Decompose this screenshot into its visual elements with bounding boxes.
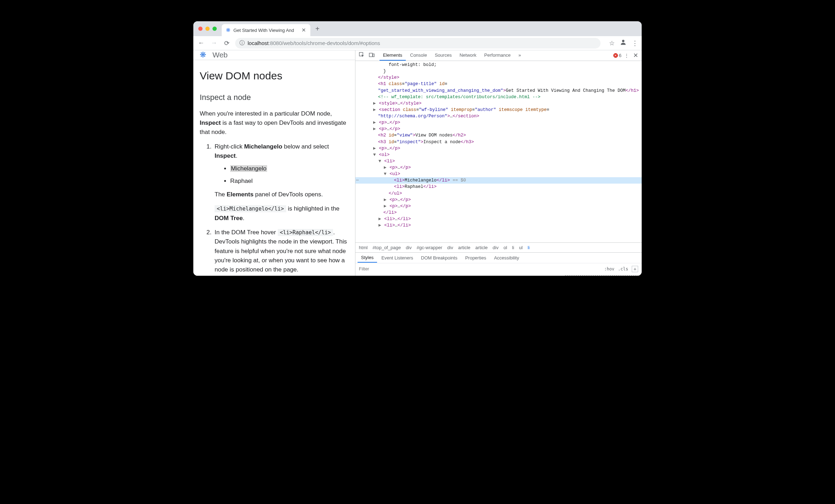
devtools-menu-icon[interactable]: ⋮ bbox=[624, 53, 629, 58]
browser-tab[interactable]: ❋ Get Started With Viewing And ✕ bbox=[222, 24, 310, 36]
crumb[interactable]: article bbox=[458, 245, 470, 250]
dom-line[interactable]: ▼ <ol> bbox=[355, 152, 642, 158]
page-content: View DOM nodes Inspect a node When you'r… bbox=[193, 60, 355, 276]
tab-accessibility[interactable]: Accessibility bbox=[491, 253, 523, 262]
dom-line-selected[interactable]: ⋯ <li>Michelangelo</li> == $0 bbox=[355, 177, 642, 184]
hov-toggle[interactable]: :hov bbox=[604, 267, 614, 271]
tab-favicon-icon: ❋ bbox=[226, 27, 231, 33]
tab-properties[interactable]: Properties bbox=[461, 253, 490, 262]
expand-toggle-icon[interactable]: ▶ bbox=[373, 145, 376, 152]
dom-line[interactable]: ▶ <p>…</p> bbox=[355, 203, 642, 209]
expand-toggle-icon[interactable]: ▶ bbox=[378, 222, 382, 229]
list-item[interactable]: Michelangelo bbox=[230, 164, 349, 173]
tab-performance[interactable]: Performance bbox=[481, 50, 514, 61]
dom-line[interactable]: <h3 id="inspect">Inspect a node</h3> bbox=[355, 139, 642, 145]
crumb[interactable]: ol bbox=[503, 245, 507, 250]
device-toolbar-icon[interactable] bbox=[367, 52, 376, 59]
dom-line[interactable]: ▶ <p>…</p> bbox=[355, 119, 642, 126]
expand-toggle-icon[interactable]: ▶ bbox=[383, 164, 387, 171]
dom-line[interactable]: ▶ <style>…</style> bbox=[355, 100, 642, 107]
dom-line[interactable]: ▶ <p>…</p> bbox=[355, 164, 642, 171]
collapse-toggle-icon[interactable]: ▼ bbox=[378, 158, 382, 164]
reload-button[interactable]: ⟳ bbox=[222, 39, 231, 47]
expand-toggle-icon[interactable]: ▶ bbox=[378, 216, 382, 222]
site-logo-icon[interactable]: ❋ bbox=[200, 50, 206, 60]
chrome-menu-icon[interactable]: ⋮ bbox=[632, 39, 638, 47]
tab-console[interactable]: Console bbox=[407, 50, 431, 61]
traffic-lights bbox=[198, 27, 217, 31]
crumb[interactable]: ul bbox=[519, 245, 522, 250]
dom-line[interactable]: <h2 id="view">View DOM nodes</h2> bbox=[355, 132, 642, 139]
window-zoom-button[interactable] bbox=[212, 27, 217, 31]
devtools-tabs: Elements Console Sources Network Perform… bbox=[380, 50, 612, 61]
dom-line[interactable]: </li> bbox=[355, 209, 642, 216]
window-close-button[interactable] bbox=[198, 27, 203, 31]
crumb[interactable]: #gc-wrapper bbox=[417, 245, 442, 250]
tab-sources[interactable]: Sources bbox=[431, 50, 455, 61]
expand-toggle-icon[interactable]: ▶ bbox=[373, 119, 376, 126]
dom-line[interactable]: ▶ <section class="wf-byline" itemprop="a… bbox=[355, 107, 642, 113]
dom-line[interactable]: ▼ <li> bbox=[355, 158, 642, 164]
tab-network[interactable]: Network bbox=[456, 50, 480, 61]
dom-line[interactable]: ▶ <li>…</li> bbox=[355, 222, 642, 229]
dom-line[interactable]: "http://schema.org/Person">…</section> bbox=[355, 113, 642, 119]
dom-line[interactable]: ▶ <p>…</p> bbox=[355, 126, 642, 132]
dom-line[interactable]: ▶ <p>…</p> bbox=[355, 197, 642, 203]
expand-toggle-icon[interactable]: ▶ bbox=[373, 126, 376, 132]
tab-styles[interactable]: Styles bbox=[358, 253, 377, 263]
devtools-close-icon[interactable]: ✕ bbox=[632, 52, 640, 59]
expand-toggle-icon[interactable]: ▶ bbox=[373, 100, 376, 107]
dom-line[interactable]: <!-- wf_template: src/templates/contribu… bbox=[355, 94, 642, 100]
dom-line[interactable]: </ul> bbox=[355, 190, 642, 197]
crumb[interactable]: div bbox=[493, 245, 499, 250]
dom-line[interactable]: <h1 class="page-title" id= bbox=[355, 81, 642, 87]
dom-line[interactable]: </style> bbox=[355, 74, 642, 81]
new-style-rule-icon[interactable]: + bbox=[632, 266, 638, 272]
forward-button[interactable]: → bbox=[210, 39, 218, 47]
window-minimize-button[interactable] bbox=[205, 27, 210, 31]
dom-line[interactable]: } bbox=[355, 68, 642, 74]
expand-toggle-icon[interactable]: ▶ bbox=[373, 107, 376, 113]
dom-line[interactable]: ▼ <ul> bbox=[355, 171, 642, 177]
dom-breadcrumb[interactable]: html #top_of_page div #gc-wrapper div ar… bbox=[355, 242, 642, 252]
collapse-toggle-icon[interactable]: ▼ bbox=[383, 171, 387, 177]
crumb[interactable]: li bbox=[512, 245, 514, 250]
tabs-overflow-icon[interactable]: » bbox=[515, 50, 525, 61]
overflow-dots-icon[interactable]: ⋯ bbox=[356, 177, 359, 184]
elements-tree[interactable]: font-weight: bold; } </style> <h1 class=… bbox=[355, 61, 642, 242]
cls-toggle[interactable]: .cls bbox=[618, 267, 628, 271]
crumb-active[interactable]: li bbox=[527, 245, 530, 250]
browser-window: ❋ Get Started With Viewing And ✕ + ← → ⟳… bbox=[193, 21, 642, 276]
tab-dom-breakpoints[interactable]: DOM Breakpoints bbox=[418, 253, 461, 262]
crumb[interactable]: div bbox=[447, 245, 453, 250]
dom-line[interactable]: ▶ <p>…</p> bbox=[355, 145, 642, 152]
dom-line[interactable]: ▶ <li>…</li> bbox=[355, 216, 642, 222]
main-split: ❋ Web View DOM nodes Inspect a node When… bbox=[193, 50, 642, 276]
tab-elements[interactable]: Elements bbox=[380, 50, 406, 61]
list-item[interactable]: Raphael bbox=[230, 177, 349, 186]
profile-icon[interactable] bbox=[620, 39, 627, 47]
crumb[interactable]: article bbox=[475, 245, 488, 250]
crumb[interactable]: div bbox=[406, 245, 412, 250]
error-count-badge[interactable]: ✕ 6 bbox=[613, 53, 621, 58]
dom-line[interactable]: "get_started_with_viewing_and_changing_t… bbox=[355, 88, 642, 94]
back-button[interactable]: ← bbox=[197, 39, 205, 47]
tab-event-listeners[interactable]: Event Listeners bbox=[378, 253, 417, 262]
site-info-icon[interactable]: ⓘ bbox=[239, 40, 245, 46]
styles-filter-row: :hov .cls + bbox=[355, 263, 642, 274]
styles-filter-input[interactable] bbox=[359, 266, 601, 271]
crumb[interactable]: html bbox=[359, 245, 368, 250]
new-tab-button[interactable]: + bbox=[315, 25, 320, 33]
address-bar[interactable]: ⓘ localhost:8080/web/tools/chrome-devtoo… bbox=[235, 38, 601, 49]
tab-close-icon[interactable]: ✕ bbox=[302, 27, 306, 33]
inspect-element-icon[interactable] bbox=[358, 52, 366, 59]
browser-toolbar: ← → ⟳ ⓘ localhost:8080/web/tools/chrome-… bbox=[193, 36, 642, 50]
expand-toggle-icon[interactable]: ▶ bbox=[383, 203, 387, 209]
dom-line[interactable]: <li>Raphael</li> bbox=[355, 184, 642, 190]
bookmark-star-icon[interactable]: ☆ bbox=[609, 39, 615, 47]
collapse-toggle-icon[interactable]: ▼ bbox=[373, 152, 376, 158]
dom-line[interactable]: font-weight: bold; bbox=[355, 62, 642, 68]
expand-toggle-icon[interactable]: ▶ bbox=[383, 197, 387, 203]
styles-tabs: Styles Event Listeners DOM Breakpoints P… bbox=[355, 252, 642, 263]
crumb[interactable]: #top_of_page bbox=[372, 245, 401, 250]
